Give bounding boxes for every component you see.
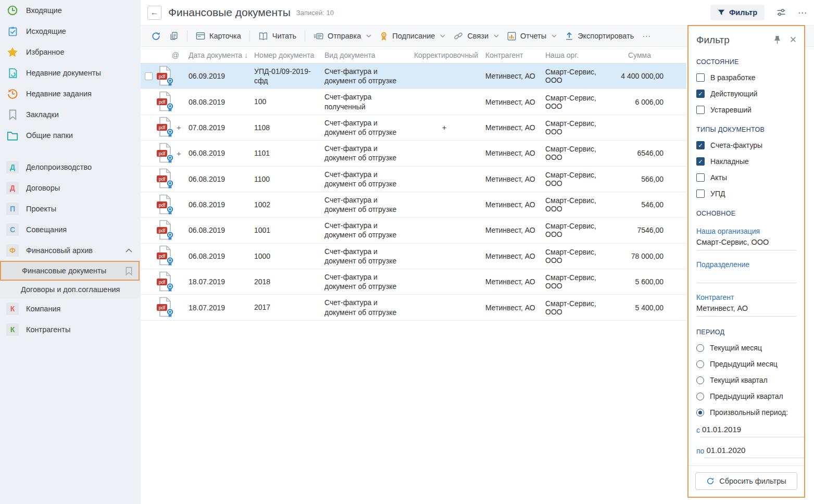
table-row[interactable]: pdf 08.08.2019 100 Счет-фактура полученн… (141, 89, 686, 115)
column-number[interactable]: Номер документа (254, 51, 324, 59)
column-attachment[interactable]: @ (156, 51, 189, 59)
sidebar-item-recent-documents[interactable]: Недавние документы (0, 62, 141, 83)
bookmark-icon[interactable] (125, 267, 133, 275)
pin-icon[interactable] (772, 34, 782, 45)
filter-toggle-button[interactable]: Фильтр (710, 5, 765, 20)
signing-button[interactable]: Подписание (375, 28, 449, 44)
column-type[interactable]: Вид документа (324, 51, 410, 59)
table-row[interactable]: pdf+ 07.08.2019 1108 Счет-фактура и доку… (141, 115, 686, 141)
sidebar-item-label: Компания (26, 305, 60, 313)
date-from-input[interactable] (700, 424, 804, 437)
table-row[interactable]: pdf 06.08.2019 1100 Счет-фактура и докум… (141, 167, 686, 192)
cell-sum: 7546,00 (613, 226, 666, 234)
clipboard-check-icon (6, 25, 19, 37)
recent-document-icon (6, 67, 19, 79)
back-button[interactable]: ← (147, 6, 161, 20)
sidebar-item-financial-archive[interactable]: Ф Финансовый архив (0, 240, 141, 261)
checkbox-waybills[interactable]: ✓ Накладные (696, 157, 796, 166)
row-checkbox[interactable] (145, 72, 153, 80)
column-our-org[interactable]: Наша орг. (538, 51, 613, 59)
send-button[interactable]: Отправка (309, 29, 375, 43)
copy-button[interactable] (165, 28, 183, 44)
table-row[interactable]: pdf 06.09.2019 УПД-01/09-2019-сфд Счет-ф… (141, 64, 686, 89)
sidebar-item-recent-tasks[interactable]: Недавние задания (0, 83, 141, 104)
radio-custom-period[interactable]: Произвольный период: (696, 408, 796, 417)
sidebar-item-outbox[interactable]: Исходящие (0, 21, 141, 42)
export-button[interactable]: Экспортировать (561, 28, 638, 44)
checkbox-in-development[interactable]: В разработке (696, 73, 796, 82)
chevron-down-icon (440, 34, 445, 37)
sidebar-item-shared-folders[interactable]: Общие папки (0, 125, 141, 146)
expand-plus[interactable]: + (177, 149, 183, 158)
sidebar-item-financial-documents[interactable]: Финансовые документы (0, 261, 140, 281)
sidebar-item-company[interactable]: К Компания (0, 298, 141, 319)
checkbox-active[interactable]: ✓ Действующий (696, 90, 796, 98)
sidebar-item-projects[interactable]: П Проекты (0, 198, 141, 219)
links-button[interactable]: Связи (449, 28, 503, 44)
cell-number: 100 (254, 94, 324, 109)
table-row[interactable]: pdf 06.08.2019 1002 Счет-фактура и докум… (141, 192, 686, 218)
sidebar-item-contracts-agreements[interactable]: Договоры и доп.соглашения (0, 281, 141, 298)
radio-icon (696, 393, 704, 400)
svg-text:pdf: pdf (159, 228, 166, 233)
table-row[interactable]: pdf+ 06.08.2019 1101 Счет-фактура и доку… (141, 141, 686, 166)
table-row[interactable]: pdf 06.08.2019 1000 Счет-фактура и докум… (141, 244, 686, 269)
cell-number: 1001 (254, 222, 324, 238)
sidebar-item-label: Входящие (26, 6, 62, 15)
contractor-value[interactable]: Метинвест, АО (696, 301, 796, 317)
division-link[interactable]: Подразделение (696, 260, 796, 269)
checkbox-obsolete[interactable]: Устаревший (696, 106, 796, 114)
table-row[interactable]: pdf 18.07.2019 2018 Счет-фактура и докум… (141, 269, 686, 295)
pdf-document-icon: pdf (156, 168, 174, 190)
toolbar-more-icon[interactable]: ⋯ (638, 28, 656, 44)
checkbox-invoices[interactable]: ✓ Счета-фактуры (696, 141, 796, 149)
sidebar-item-bookmarks[interactable]: Закладки (0, 104, 141, 125)
sidebar-item-counterparties[interactable]: К Контрагенты (0, 319, 141, 340)
view-settings-icon[interactable] (776, 7, 786, 18)
cell-our-org: Смарт-Сервис, ООО (538, 196, 613, 213)
sidebar-item-favorites[interactable]: Избранное (0, 42, 141, 62)
sidebar-item-contracts[interactable]: Д Договоры (0, 178, 141, 198)
cell-our-org: Смарт-Сервис, ООО (538, 145, 613, 161)
refresh-button[interactable] (147, 28, 165, 44)
card-icon (196, 32, 205, 40)
column-corrective[interactable]: Корректировочный (410, 51, 478, 59)
our-organization-link[interactable]: Наша организация (696, 227, 796, 235)
contractor-link[interactable]: Контрагент (696, 293, 796, 301)
cell-our-org: Смарт-Сервис, ООО (538, 94, 613, 110)
radio-current-quarter[interactable]: Текущий квартал (696, 376, 796, 384)
close-icon[interactable]: ✕ (788, 33, 798, 46)
expand-plus[interactable]: + (177, 123, 183, 132)
sidebar-item-label: Финансовые документы (22, 267, 106, 275)
sidebar-item-meetings[interactable]: С Совещания (0, 219, 141, 240)
cell-number: 1100 (254, 171, 324, 187)
reset-filters-button[interactable]: Сбросить фильтры (695, 472, 797, 490)
checkbox-acts[interactable]: Акты (696, 173, 796, 182)
column-contractor[interactable]: Контрагент (478, 51, 538, 59)
date-to-input[interactable] (704, 445, 804, 458)
chevron-up-icon[interactable] (126, 248, 132, 253)
radio-previous-month[interactable]: Предыдущий месяц (696, 360, 796, 368)
card-button[interactable]: Карточка (192, 29, 245, 43)
column-sum[interactable]: Сумма (613, 51, 666, 59)
read-button[interactable]: Читать (254, 29, 300, 44)
column-date[interactable]: Дата документа ↓ (189, 51, 254, 59)
table-row[interactable]: pdf 06.08.2019 1001 Счет-фактура и докум… (141, 218, 686, 243)
radio-current-month[interactable]: Текущий месяц (696, 344, 796, 352)
sidebar-item-inbox[interactable]: Входящие (0, 0, 141, 21)
more-options-icon[interactable]: ⋯ (798, 7, 807, 18)
our-organization-value[interactable]: Смарт-Сервис, ООО (696, 235, 796, 250)
division-value[interactable] (696, 269, 796, 283)
sidebar-item-label: Недавние документы (26, 69, 101, 77)
reports-button[interactable]: Отчеты (503, 29, 561, 44)
svg-text:pdf: pdf (159, 150, 166, 156)
section-title-doc-types: ТИПЫ ДОКУМЕНТОВ (696, 126, 796, 133)
table-row[interactable]: pdf 18.07.2019 2017 Счет-фактура и докум… (141, 295, 686, 320)
radio-previous-quarter[interactable]: Предыдущий квартал (696, 392, 796, 400)
sidebar-item-records-management[interactable]: Д Делопроизводство (0, 157, 141, 178)
ribbon-seal-icon (380, 31, 388, 41)
page-title: Финансовые документы (168, 6, 291, 19)
checkbox-upd[interactable]: УПД (696, 190, 796, 198)
sidebar-item-label: Проекты (26, 205, 56, 213)
sidebar-item-label: Делопроизводство (26, 163, 92, 171)
